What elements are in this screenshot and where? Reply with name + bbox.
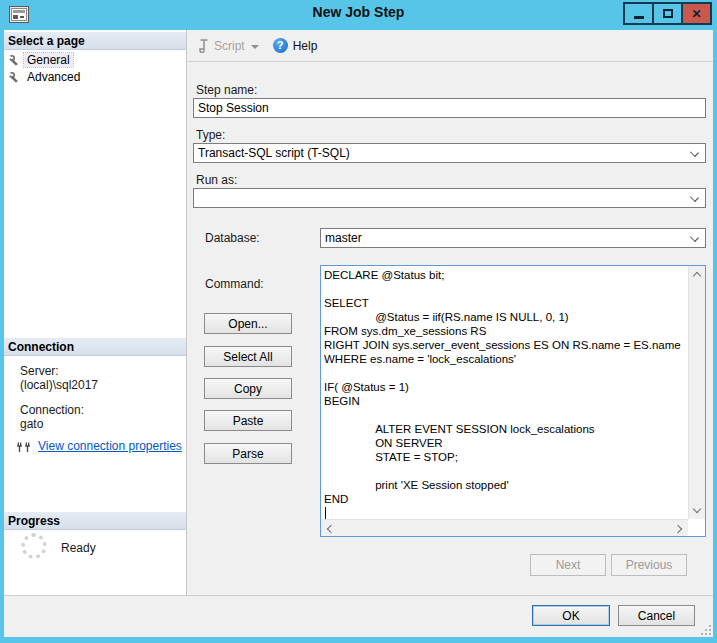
command-label: Command: [205, 277, 264, 291]
database-value: master [325, 231, 362, 245]
scroll-up-button[interactable] [688, 266, 705, 283]
script-icon [196, 38, 210, 53]
connection-properties-icon [16, 440, 32, 453]
connection-label: Connection: [20, 403, 84, 417]
main-panel: Script ? Help Step name: Stop Session Ty… [187, 30, 713, 595]
scroll-left-button[interactable] [321, 520, 338, 537]
connection-value: gato [20, 417, 43, 431]
toolbar: Script ? Help [187, 30, 713, 62]
connection-header: Connection [4, 338, 186, 356]
chevron-left-icon [327, 524, 335, 532]
command-textarea[interactable]: DECLARE @Status bit; SELECT @Status = ii… [320, 265, 706, 537]
copy-button[interactable]: Copy [204, 378, 292, 399]
minimize-icon [634, 16, 644, 19]
chevron-down-icon[interactable] [251, 45, 259, 49]
maximize-icon [663, 9, 673, 18]
minimize-button[interactable] [623, 2, 654, 25]
type-value: Transact-SQL script (T-SQL) [198, 146, 350, 160]
progress-header: Progress [4, 512, 186, 530]
text-cursor [325, 507, 326, 519]
vertical-scrollbar[interactable] [688, 266, 705, 519]
maximize-button[interactable] [652, 2, 683, 25]
run-as-label: Run as: [196, 173, 237, 187]
wrench-icon [8, 71, 20, 83]
paste-button[interactable]: Paste [204, 410, 292, 431]
run-as-select[interactable] [193, 188, 706, 208]
open-button[interactable]: Open... [204, 313, 292, 334]
sidebar-item-label: Advanced [24, 70, 83, 84]
sidebar-item-general[interactable]: General [8, 52, 73, 68]
server-value: (local)\sql2017 [20, 378, 98, 392]
scroll-right-button[interactable] [671, 520, 688, 537]
cancel-button[interactable]: Cancel [618, 605, 695, 626]
chevron-down-icon [690, 233, 699, 242]
chevron-down-icon [690, 193, 699, 202]
next-button[interactable]: Next [530, 554, 606, 576]
scroll-down-button[interactable] [688, 502, 705, 519]
bottom-bar: OK Cancel [4, 595, 713, 637]
select-all-button[interactable]: Select All [204, 346, 292, 367]
database-label: Database: [205, 231, 260, 245]
step-name-value: Stop Session [198, 101, 269, 115]
previous-button[interactable]: Previous [611, 554, 687, 576]
step-name-label: Step name: [196, 83, 257, 97]
resize-grip[interactable] [701, 625, 711, 635]
sidebar: Select a page General Advanced [4, 30, 187, 595]
window-controls: ✕ [625, 2, 712, 25]
spinner-icon [21, 533, 47, 559]
script-button[interactable]: Script [196, 38, 267, 53]
horizontal-scrollbar[interactable] [321, 519, 688, 536]
help-label: Help [293, 39, 318, 53]
ok-button[interactable]: OK [532, 605, 610, 626]
select-a-page-header: Select a page [4, 32, 186, 50]
close-button[interactable]: ✕ [681, 2, 712, 25]
script-label: Script [214, 39, 245, 53]
view-connection-properties-row: View connection properties [16, 439, 182, 453]
close-x-icon: ✕ [691, 7, 701, 21]
window-title: New Job Step [0, 4, 717, 20]
command-text: DECLARE @Status bit; SELECT @Status = ii… [324, 268, 687, 518]
server-label: Server: [20, 364, 59, 378]
view-connection-properties-link[interactable]: View connection properties [38, 439, 182, 453]
chevron-down-icon [690, 148, 699, 157]
help-button[interactable]: ? Help [273, 38, 318, 53]
type-label: Type: [196, 128, 225, 142]
titlebar: New Job Step ✕ [0, 0, 717, 30]
database-select[interactable]: master [320, 228, 706, 248]
type-select[interactable]: Transact-SQL script (T-SQL) [193, 143, 706, 163]
help-icon: ? [273, 38, 288, 53]
dialog-body: Select a page General Advanced [4, 30, 713, 595]
chevron-right-icon [674, 524, 682, 532]
step-name-input[interactable]: Stop Session [193, 98, 706, 118]
chevron-up-icon [692, 272, 700, 280]
sidebar-item-advanced[interactable]: Advanced [8, 69, 83, 85]
chevron-down-icon [692, 505, 700, 513]
progress-status: Ready [61, 541, 96, 555]
parse-button[interactable]: Parse [204, 443, 292, 464]
new-job-step-dialog: New Job Step ✕ Select a page General [0, 0, 717, 643]
wrench-icon [8, 54, 20, 66]
sidebar-item-label: General [24, 53, 73, 67]
